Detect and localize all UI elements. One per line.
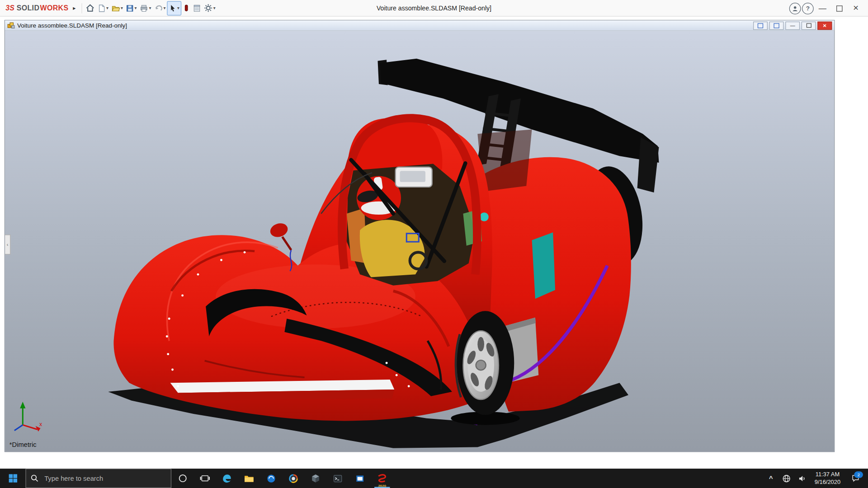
svg-text:x: x [39,421,42,427]
sheet-icon [192,4,201,13]
search-input[interactable] [43,474,156,483]
clock-time: 11:37 AM [810,471,844,479]
rear-view-mirror [396,167,432,187]
home-button[interactable] [84,1,96,14]
cad-viewer-button[interactable] [305,469,327,488]
window-frame-icon [774,23,779,28]
action-center-button[interactable]: 2 [846,469,865,488]
taskbar: 2020 ^ 11:37 AM 9/16/2020 [0,469,868,488]
file-explorer-button[interactable] [238,469,260,488]
network-globe-icon [782,474,791,483]
marker-tool-button[interactable] [181,1,191,14]
window-frame-icon [758,23,763,28]
save-dropdown[interactable]: ▾ [135,5,137,10]
workspace: Voiture assomblee.SLDASM [Read-only] — × [0,17,868,469]
save-button[interactable]: ▾ [124,1,138,14]
print-icon [139,4,148,13]
task-view-button[interactable] [193,469,216,488]
undo-button[interactable]: ▾ [152,1,167,14]
select-arrow-icon [168,4,176,13]
undo-icon [153,4,163,13]
media-app-icon [354,473,366,483]
menu-expand-arrow[interactable]: ▸ [72,5,79,11]
clock-date: 9/16/2020 [810,479,844,486]
system-tray: ^ 11:37 AM 9/16/2020 [764,469,868,488]
app-window-controls: ? — × [789,0,868,17]
panel-collapse-tab[interactable]: ‹ [5,235,10,254]
view-orientation-label: *Dimetric [9,441,37,449]
doc-restore-button[interactable] [802,21,816,29]
solidworks-app-icon [376,472,388,484]
terminal-button[interactable] [327,469,349,488]
tray-expand-button[interactable]: ^ [764,469,778,488]
browser-app-icon [266,473,277,483]
volume-button[interactable] [795,469,809,488]
start-button[interactable] [0,469,25,488]
terminal-icon [332,473,344,483]
undo-dropdown[interactable]: ▾ [163,5,165,10]
toolbar-separator [81,3,82,13]
photos-app-icon [288,473,299,483]
solidworks-year-badge: 2020 [371,483,393,488]
save-icon [125,4,134,13]
open-folder-icon [111,4,120,13]
new-document-icon [97,4,106,13]
doc-minimize-button[interactable]: — [785,21,800,29]
sheet-tool-button[interactable] [191,1,203,14]
restore-icon [836,5,842,11]
quick-access-toolbar: ▾ ▾ ▾ [84,0,217,16]
document-title: Voiture assomblee.SLDASM [Read-only] [17,22,753,29]
graphics-viewport[interactable]: x ‹ *Dimetric [5,31,834,452]
gear-icon [203,3,213,13]
window-layout-button-1[interactable] [753,21,768,29]
new-document-button[interactable]: ▾ [96,1,110,14]
search-icon [30,474,38,482]
help-button[interactable]: ? [802,3,814,14]
account-button[interactable] [789,3,801,14]
cortana-icon [177,473,188,483]
notification-badge: 2 [854,471,863,478]
maximize-button[interactable] [831,2,847,15]
media-app-button[interactable] [349,469,371,488]
file-explorer-icon [244,473,255,483]
minimize-button[interactable]: — [815,2,830,15]
restore-icon [806,23,811,28]
speaker-icon [797,474,807,483]
photos-app-button[interactable] [282,469,304,488]
edge-icon [222,473,233,483]
doc-close-button[interactable]: × [817,21,832,29]
options-dropdown[interactable]: ▾ [213,5,216,10]
app-titlebar: 3S SOLID WORKS ▸ ▾ [0,0,868,17]
solidworks-taskbar-button[interactable]: 2020 [371,469,393,488]
3d-scene[interactable]: x [5,31,834,452]
new-document-dropdown[interactable]: ▾ [106,5,108,10]
print-button[interactable]: ▾ [138,1,152,14]
browser-app-button[interactable] [260,469,282,488]
open-button[interactable]: ▾ [109,1,124,14]
print-dropdown[interactable]: ▾ [149,5,151,10]
3ds-mark: 3S [5,4,14,12]
window-layout-button-2[interactable] [769,21,784,29]
windows-logo-icon [8,474,18,483]
edge-button[interactable] [216,469,238,488]
select-tool-button[interactable]: ▾ [167,1,181,15]
network-button[interactable] [779,469,794,488]
solidworks-logo: 3S SOLID WORKS [0,4,72,12]
cortana-button[interactable] [171,469,193,488]
assembly-document-icon [7,22,15,29]
document-window: Voiture assomblee.SLDASM [Read-only] — × [5,20,835,452]
task-view-icon [199,473,210,483]
document-titlebar[interactable]: Voiture assomblee.SLDASM [Read-only] — × [5,20,834,31]
close-button[interactable]: × [848,2,863,15]
red-pen-icon [182,3,190,13]
taskbar-search[interactable] [25,469,171,488]
home-icon [85,3,94,13]
solidworks-app: 3S SOLID WORKS ▸ ▾ [0,0,868,488]
cube-app-icon [310,473,321,483]
open-dropdown[interactable]: ▾ [121,5,123,10]
taskbar-clock[interactable]: 11:37 AM 9/16/2020 [810,471,844,486]
select-tool-dropdown[interactable]: ▾ [177,5,179,10]
document-window-controls: — × [753,21,832,29]
account-icon [792,5,799,12]
options-button[interactable]: ▾ [202,1,217,14]
